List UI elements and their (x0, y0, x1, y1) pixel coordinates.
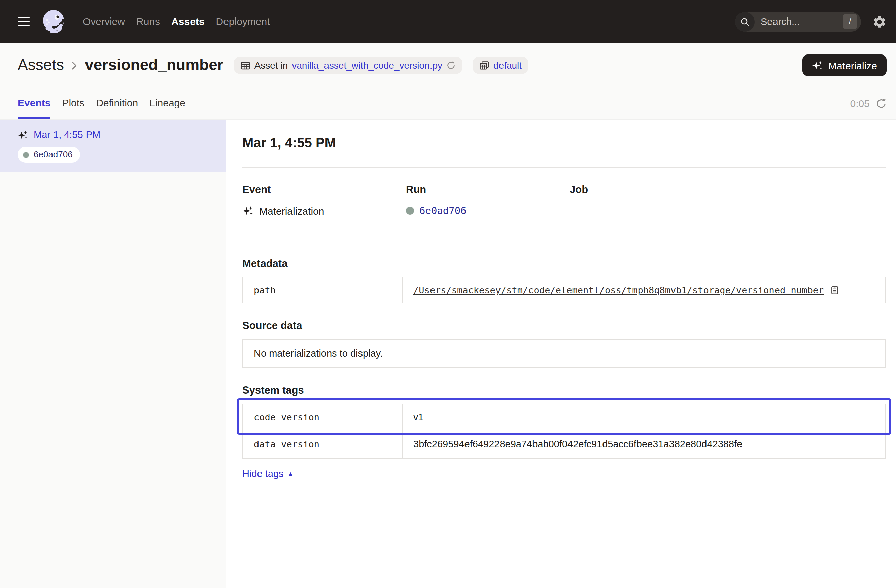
table-icon (240, 60, 250, 70)
job-empty-value: — (570, 205, 580, 217)
hide-tags-label: Hide tags (242, 468, 284, 480)
asset-location-badge: Asset in vanilla_asset_with_code_version… (233, 56, 462, 74)
asset-header: Assets versioned_number Asset in vanilla… (0, 43, 896, 87)
source-data-empty-message: No materializations to display. (242, 339, 886, 368)
asset-location-prefix: Asset in (254, 59, 288, 71)
tag-value: v1 (402, 404, 885, 431)
search-input[interactable] (754, 16, 843, 27)
metadata-action-cell (866, 277, 885, 303)
event-timestamp-link[interactable]: Mar 1, 4:55 PM (34, 129, 100, 141)
run-id-label: 6e0ad706 (34, 150, 73, 160)
metadata-key: path (243, 277, 402, 303)
system-tags-table-wrap: code_version v1 data_version 3bfc269594e… (242, 404, 886, 459)
tag-value: 3bfc269594ef649228e9a74bab00f042efc91d5a… (402, 432, 885, 458)
global-search[interactable]: / (735, 12, 861, 31)
gear-icon[interactable] (872, 14, 887, 29)
reload-location-icon[interactable] (446, 61, 456, 70)
copy-icon[interactable] (830, 286, 839, 295)
event-list-sidebar: Mar 1, 4:55 PM 6e0ad706 (0, 120, 226, 588)
primary-nav: Overview Runs Assets Deployment (83, 15, 270, 27)
code-location-link[interactable]: vanilla_asset_with_code_version.py (292, 59, 442, 71)
materialize-button[interactable]: Materialize (803, 55, 887, 76)
asset-group-badge: default (472, 56, 529, 74)
run-tag-pill: 6e0ad706 (17, 147, 80, 163)
tag-key: data_version (243, 432, 402, 458)
event-column-label: Event (242, 184, 406, 196)
asset-tabs: Events Plots Definition Lineage 0:05 (0, 87, 896, 120)
search-icon (735, 12, 754, 31)
metadata-heading: Metadata (242, 257, 886, 270)
table-row: path /Users/smackesey/stm/code/elementl/… (243, 277, 885, 303)
system-tags-table: code_version v1 data_version 3bfc269594e… (242, 404, 886, 459)
nav-item-deployment[interactable]: Deployment (216, 15, 270, 27)
sparkle-icon (242, 205, 254, 217)
content-area: Mar 1, 4:55 PM 6e0ad706 Mar 1, 4:55 PM E… (0, 120, 896, 588)
divider (242, 167, 886, 167)
refresh-icon[interactable] (876, 98, 887, 109)
run-status-dot (406, 207, 414, 215)
system-tags-heading: System tags (242, 384, 886, 397)
dagster-logo[interactable] (40, 8, 67, 35)
chevron-right-icon (72, 60, 78, 70)
top-nav-bar: Overview Runs Assets Deployment / (0, 0, 896, 43)
run-column-label: Run (406, 184, 570, 196)
hide-tags-link[interactable]: Hide tags ▲ (242, 468, 294, 480)
event-list-item-selected[interactable]: Mar 1, 4:55 PM 6e0ad706 (0, 120, 226, 172)
tab-plots[interactable]: Plots (62, 87, 84, 119)
tab-lineage[interactable]: Lineage (149, 87, 186, 119)
run-id-link[interactable]: 6e0ad706 (419, 205, 466, 217)
refresh-countdown-value: 0:05 (850, 97, 870, 109)
event-summary-row: Event Materialization Run (242, 184, 886, 217)
tag-key: code_version (243, 404, 402, 431)
source-data-heading: Source data (242, 320, 886, 332)
sparkle-icon (812, 59, 824, 71)
table-row-data-version: data_version 3bfc269594ef649228e9a74bab0… (243, 431, 885, 458)
nav-item-overview[interactable]: Overview (83, 15, 125, 27)
metadata-path-link[interactable]: /Users/smackesey/stm/code/elementl/oss/t… (413, 284, 824, 295)
tab-definition[interactable]: Definition (96, 87, 138, 119)
breadcrumb-asset-name: versioned_number (85, 56, 224, 74)
breadcrumb-assets-link[interactable]: Assets (17, 56, 64, 74)
metadata-table: path /Users/smackesey/stm/code/elementl/… (242, 277, 886, 304)
app-window: Overview Runs Assets Deployment / Assets (0, 0, 896, 588)
nav-item-assets[interactable]: Assets (171, 15, 204, 27)
event-type-value: Materialization (259, 205, 324, 217)
hamburger-menu-icon[interactable] (17, 17, 30, 27)
asset-group-icon (479, 60, 489, 70)
refresh-countdown: 0:05 (850, 87, 887, 119)
triangle-up-icon: ▲ (288, 471, 294, 477)
materialize-button-label: Materialize (828, 59, 877, 71)
search-shortcut-key: / (843, 14, 857, 29)
event-detail-title: Mar 1, 4:55 PM (242, 135, 886, 151)
nav-item-runs[interactable]: Runs (136, 15, 160, 27)
run-status-dot (23, 152, 29, 158)
event-detail-panel: Mar 1, 4:55 PM Event Materialization (226, 120, 896, 588)
tab-events[interactable]: Events (17, 87, 50, 119)
job-column-label: Job (570, 184, 733, 196)
table-row-code-version: code_version v1 (243, 404, 885, 431)
asset-group-link[interactable]: default (494, 59, 522, 71)
sparkle-icon (17, 129, 28, 140)
